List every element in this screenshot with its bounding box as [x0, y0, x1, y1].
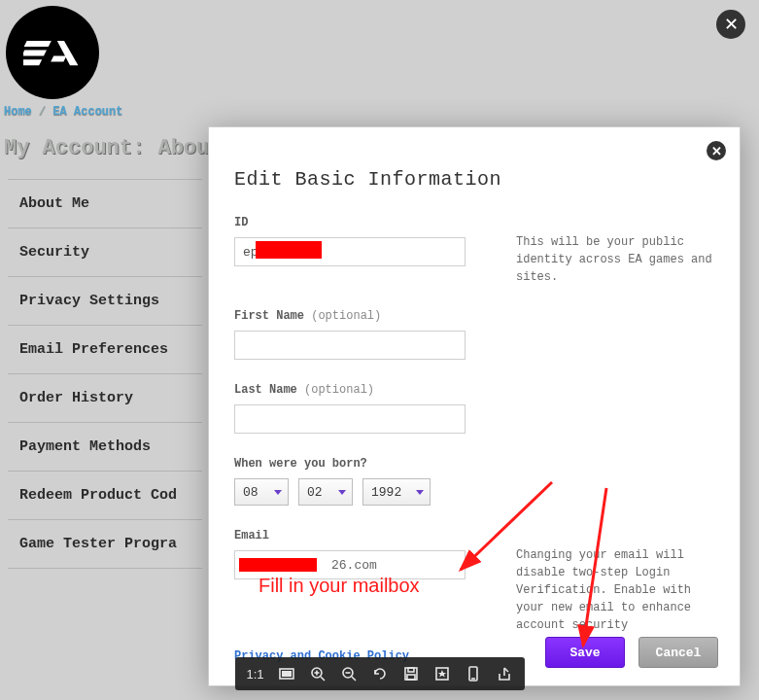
id-label: ID	[234, 216, 504, 229]
dob-day-select[interactable]: 02	[298, 478, 353, 506]
dob-month-select[interactable]: 08	[234, 478, 289, 506]
sidebar-item-game-tester-program[interactable]: Game Tester Progra	[8, 520, 202, 569]
email-visible-suffix: 26.com	[331, 550, 377, 579]
id-help-text: This will be your public identity across…	[516, 233, 714, 286]
save-button[interactable]: Save	[545, 637, 625, 668]
ea-logo-icon	[23, 23, 82, 82]
zoom-in-icon[interactable]	[309, 665, 327, 682]
dob-label: When were you born?	[234, 457, 504, 471]
ea-logo	[6, 6, 99, 99]
fit-screen-icon[interactable]	[278, 665, 295, 682]
breadcrumb: Home / EA Account	[4, 105, 122, 119]
share-icon[interactable]	[496, 665, 513, 682]
svg-marker-2	[23, 59, 42, 65]
svg-line-14	[352, 677, 356, 681]
breadcrumb-home[interactable]: Home	[4, 105, 32, 119]
favorite-icon[interactable]	[433, 665, 451, 682]
sidebar-item-payment-methods[interactable]: Payment Methods	[8, 423, 202, 472]
overlay-close-button[interactable]: ✕	[716, 10, 745, 39]
last-name-label: Last Name (optional)	[234, 383, 504, 397]
cancel-button[interactable]: Cancel	[638, 637, 718, 668]
email-help-text: Changing your email will disable two-ste…	[516, 546, 714, 634]
save-icon[interactable]	[402, 665, 420, 682]
dialog-title: Edit Basic Information	[234, 168, 714, 191]
sidebar: About Me Security Privacy Settings Email…	[8, 179, 202, 569]
svg-rect-17	[408, 668, 414, 672]
breadcrumb-section[interactable]: EA Account	[52, 105, 122, 119]
first-name-label: First Name (optional)	[234, 309, 504, 323]
id-redaction	[256, 241, 322, 259]
sidebar-item-order-history[interactable]: Order History	[8, 374, 202, 423]
dialog-close-button[interactable]: ✕	[707, 141, 726, 160]
svg-marker-1	[23, 51, 47, 56]
email-redaction	[239, 558, 317, 572]
svg-marker-0	[24, 41, 52, 47]
sidebar-item-redeem-product-code[interactable]: Redeem Product Cod	[8, 472, 202, 520]
sidebar-item-privacy-settings[interactable]: Privacy Settings	[8, 277, 202, 326]
sidebar-item-security[interactable]: Security	[8, 228, 202, 277]
zoom-out-icon[interactable]	[340, 665, 358, 682]
device-icon[interactable]	[465, 665, 482, 682]
svg-marker-4	[51, 56, 66, 62]
svg-line-10	[321, 677, 325, 681]
zoom-ratio-label: 1:1	[246, 667, 263, 682]
image-viewer-toolbar: 1:1	[234, 657, 524, 690]
svg-rect-8	[282, 671, 292, 677]
svg-rect-18	[407, 675, 415, 680]
first-name-input[interactable]	[234, 331, 466, 360]
dob-year-select[interactable]: 1992	[362, 478, 431, 506]
sidebar-item-about-me[interactable]: About Me	[8, 180, 202, 228]
last-name-input[interactable]	[234, 404, 466, 434]
email-label: Email	[234, 529, 504, 542]
breadcrumb-sep: /	[32, 105, 53, 119]
svg-marker-20	[437, 670, 445, 678]
edit-basic-info-dialog: ✕ Edit Basic Information ID This will be…	[208, 126, 741, 686]
rotate-icon[interactable]	[371, 665, 389, 682]
sidebar-item-email-preferences[interactable]: Email Preferences	[8, 326, 202, 374]
